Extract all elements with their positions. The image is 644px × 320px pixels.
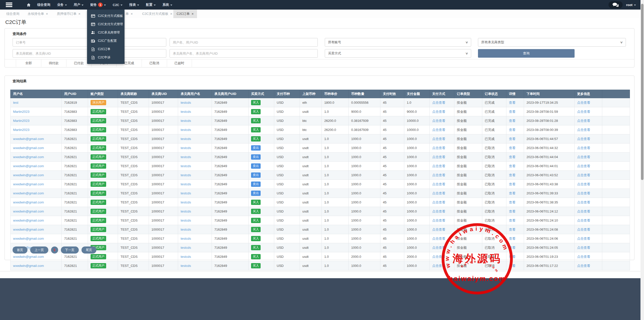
link-user[interactable]: wxedwin@gmail.com [13,219,44,222]
link-pay_method[interactable]: 点击查看 [432,228,445,231]
status-filter-2[interactable]: 待付款 [41,59,66,67]
status-filter-1[interactable]: 全部 [16,59,41,67]
status-filter-6[interactable]: 已取消 [142,59,167,67]
link-acceptor_username[interactable]: testcds [181,200,191,204]
link-detail[interactable]: 查看 [509,110,515,114]
link-detail[interactable]: 查看 [509,119,515,123]
tab-item-5[interactable]: C2C支付方式模板✕ [141,10,173,18]
link-detail[interactable]: 查看 [509,209,515,213]
link-acceptor_username[interactable]: testcds [181,119,191,123]
link-user[interactable]: wxedwin@gmail.com [13,200,44,204]
link-detail[interactable]: 查看 [509,264,515,268]
nav-item-8[interactable]: 系统 [163,3,172,7]
link-user[interactable]: wxedwin@gmail.com [13,155,44,159]
link-detail[interactable]: 查看 [509,137,515,141]
prev-page-button[interactable]: 上一页 [30,246,48,254]
link-acceptor_username[interactable]: testcds [181,164,191,168]
dropdown-item-3[interactable]: C2C承兑商管理 [87,28,125,37]
tab-item-3[interactable]: 质押借币订单✕ [56,10,82,18]
scrollbar-thumb[interactable] [641,4,643,180]
link-pay_method[interactable]: 点击查看 [432,209,445,213]
link-more[interactable]: 点击查看 [577,182,590,186]
close-icon[interactable]: ✕ [131,12,133,16]
link-acceptor_username[interactable]: testcds [181,110,191,114]
nav-item-6[interactable]: 报表 [129,3,139,7]
link-detail[interactable]: 查看 [509,155,515,159]
home-icon[interactable] [27,3,30,7]
link-pay_method[interactable]: 点击查看 [432,200,445,204]
status-filter-7[interactable]: 已超时 [167,59,192,67]
link-detail[interactable]: 查看 [509,128,515,132]
link-user[interactable]: Martin2023 [13,110,29,114]
tab-item-1[interactable]: 综合查询 [5,10,20,18]
dropdown-item-2[interactable]: C2C支付方式管理 [87,20,125,28]
account-select[interactable]: 所有账号 ∨ [325,38,471,47]
link-pay_method[interactable]: 点击查看 [432,164,445,168]
link-user[interactable]: wxedwin@gmail.com [13,209,44,213]
acceptor-username-uid-input[interactable] [170,49,318,58]
link-user[interactable]: Martin2023 [13,119,29,123]
user-menu[interactable]: root [626,3,636,7]
link-pay_method[interactable]: 点击查看 [432,137,445,141]
link-acceptor_username[interactable]: testcds [181,137,191,141]
link-detail[interactable]: 查看 [509,255,515,259]
link-more[interactable]: 点击查看 [577,101,590,104]
link-detail[interactable]: 查看 [509,246,515,250]
link-pay_method[interactable]: 点击查看 [432,264,445,268]
link-detail[interactable]: 查看 [509,164,515,168]
link-pay_method[interactable]: 点击查看 [432,237,445,240]
link-acceptor_username[interactable]: testcds [181,228,191,231]
nav-item-4[interactable]: 财务1 [90,3,106,7]
link-acceptor_username[interactable]: testcds [181,237,191,240]
link-acceptor_username[interactable]: testcds [181,146,191,150]
link-detail[interactable]: 查看 [509,101,515,104]
tab-active[interactable]: C2C订单✕ [173,10,197,18]
link-acceptor_username[interactable]: testcds [181,182,191,186]
link-acceptor_username[interactable]: testcds [181,246,191,250]
current-page-button[interactable]: 1 [51,246,58,254]
dropdown-item-6[interactable]: C2C申诉 [87,53,125,62]
nav-item-3[interactable]: 用户 [74,3,84,7]
link-detail[interactable]: 查看 [509,219,515,222]
nav-item-5[interactable]: C2C [113,3,123,7]
next-page-button[interactable]: 下一页 [61,246,79,254]
nav-item-2[interactable]: 业务 [57,3,67,7]
dropdown-item-1[interactable]: C2C支付方式模板 [87,12,125,20]
link-user[interactable]: wxedwin@gmail.com [13,228,44,231]
link-detail[interactable]: 查看 [509,228,515,231]
dropdown-item-5[interactable]: C2C订单 [87,45,125,53]
nav-item-1[interactable]: 综合查询 [37,3,50,7]
link-more[interactable]: 点击查看 [577,200,590,204]
link-more[interactable]: 点击查看 [577,173,590,177]
link-user[interactable]: wxedwin@gmail.com [13,255,44,259]
link-pay_method[interactable]: 点击查看 [432,173,445,177]
link-acceptor_username[interactable]: testcds [181,128,191,132]
hamburger-icon[interactable] [6,3,12,7]
link-user[interactable]: Martin2023 [13,128,29,132]
link-more[interactable]: 点击查看 [577,237,590,240]
last-page-button[interactable]: 尾页 [82,246,96,254]
link-more[interactable]: 点击查看 [577,219,590,222]
link-acceptor_username[interactable]: testcds [181,155,191,159]
link-pay_method[interactable]: 点击查看 [432,191,445,195]
link-user[interactable]: wxedwin@gmail.com [13,137,44,141]
link-more[interactable]: 点击查看 [577,128,590,132]
acceptor-type-select[interactable]: 所有承兑商类型 ∨ [478,38,626,47]
link-pay_method[interactable]: 点击查看 [432,246,445,250]
link-pay_method[interactable]: 点击查看 [432,182,445,186]
close-icon[interactable]: ✕ [170,12,172,16]
close-icon[interactable]: ✕ [191,12,194,16]
link-detail[interactable]: 查看 [509,146,515,150]
link-pay_method[interactable]: 点击查看 [432,155,445,159]
link-detail[interactable]: 查看 [509,200,515,204]
link-pay_method[interactable]: 点击查看 [432,219,445,222]
link-acceptor_username[interactable]: testcds [181,264,191,268]
link-pay_method[interactable]: 点击查看 [432,128,445,132]
close-icon[interactable]: ✕ [78,12,80,16]
link-more[interactable]: 点击查看 [577,246,590,250]
link-more[interactable]: 点击查看 [577,191,590,195]
tab-item-2[interactable]: 永续持仓单✕ [27,10,49,18]
link-acceptor_username[interactable]: testcds [181,173,191,177]
link-more[interactable]: 点击查看 [577,209,590,213]
link-more[interactable]: 点击查看 [577,110,590,114]
